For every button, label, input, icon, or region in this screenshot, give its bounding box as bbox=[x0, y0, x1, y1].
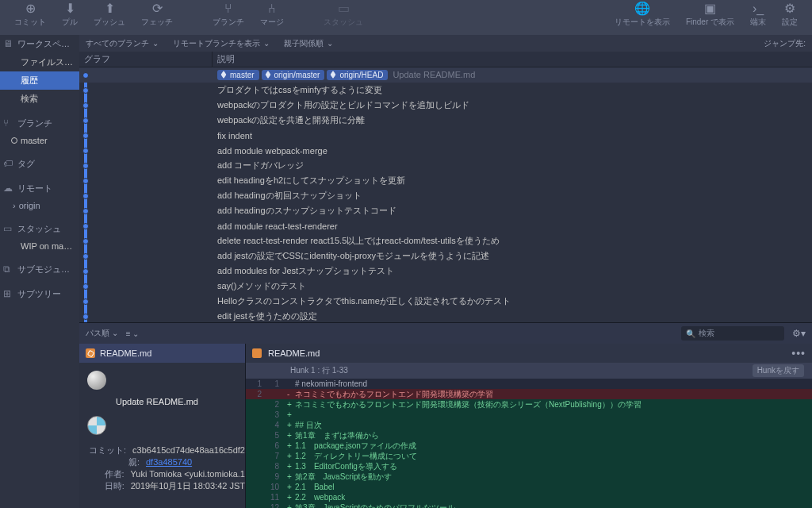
diff-lines[interactable]: 11# nekomimi-frontend2ネコミミでもわかるフロントエンド開発… bbox=[246, 379, 812, 508]
commit-message: Update README.md bbox=[393, 70, 475, 79]
arrow-up-circle-icon: ⬆ bbox=[105, 2, 115, 15]
commit-row[interactable]: プロダクトではcssをminfyするように変更 bbox=[79, 83, 812, 98]
commit-details: Update README.md bbox=[79, 396, 245, 413]
commit-message: delete react-test-render react15.5以上ではre… bbox=[217, 236, 500, 245]
sidebar: 🖥ワークスペース ファイルステー… 履歴 検索 ⑂ブランチ master 🏷タグ… bbox=[0, 35, 79, 508]
diff-line: 5第1章 まずは準備から bbox=[246, 430, 812, 441]
diff-line: 112.2 webpack bbox=[246, 492, 812, 502]
pull-button[interactable]: ⬇プル bbox=[54, 2, 86, 28]
commit-row[interactable]: add headingの初回スナップショット bbox=[79, 188, 812, 203]
commit-dot bbox=[82, 208, 89, 214]
branch-ref[interactable]: origin/HEAD bbox=[327, 70, 388, 80]
commit-message: add module react-test-renderer bbox=[217, 221, 338, 231]
jump-to[interactable]: ジャンプ先: bbox=[764, 38, 806, 49]
author-avatars bbox=[79, 363, 245, 396]
submodule-icon: ⧉ bbox=[3, 264, 10, 275]
diff-line: 81.3 EditorConfigを導入する bbox=[246, 461, 812, 471]
commit-dot bbox=[82, 148, 89, 154]
fetch-button[interactable]: ⟳フェッチ bbox=[133, 2, 181, 28]
filter-all-branches[interactable]: すべてのブランチ⌄ bbox=[86, 38, 159, 49]
revert-hunk-button[interactable]: Hunkを戻す bbox=[753, 364, 804, 377]
commit-dot bbox=[82, 102, 89, 109]
commit-row[interactable]: add コードガバレッジ bbox=[79, 158, 812, 173]
commit-row[interactable]: add module react-test-renderer bbox=[79, 218, 812, 233]
filter-show-remote[interactable]: リモートブランチを表示⌄ bbox=[173, 38, 270, 49]
sidebar-filestatus[interactable]: ファイルステー… bbox=[0, 53, 79, 71]
search-icon: 🔍 bbox=[686, 329, 695, 338]
diff-settings[interactable]: ⚙▾ bbox=[792, 328, 806, 339]
diff-menu[interactable]: ••• bbox=[791, 347, 806, 360]
file-tab[interactable]: README.md bbox=[79, 344, 245, 363]
terminal-button[interactable]: ›_端末 bbox=[742, 2, 774, 28]
commit-row[interactable]: add modules for Jestスナップショットテスト bbox=[79, 264, 812, 279]
sidebar-submodules[interactable]: ⧉サブモジュール bbox=[0, 260, 79, 279]
commit-message: edit jestを使うための設定 bbox=[217, 311, 317, 321]
chevron-down-icon: ⌄ bbox=[263, 39, 270, 48]
merge-button[interactable]: ⑃マージ bbox=[252, 2, 292, 28]
commit-row[interactable]: fix indent bbox=[79, 128, 812, 143]
sidebar-branch-master[interactable]: master bbox=[0, 133, 79, 148]
stash-icon: ▭ bbox=[338, 2, 350, 15]
show-remote-button[interactable]: 🌐リモートを表示 bbox=[607, 2, 678, 28]
branch-ref[interactable]: master bbox=[217, 70, 259, 80]
commit-message: webpackの設定を共通と開発用に分離 bbox=[217, 115, 365, 125]
commit-dot bbox=[82, 238, 89, 244]
diff-file-name: README.md bbox=[268, 348, 320, 358]
sort-order[interactable]: パス順 ⌄ bbox=[86, 328, 118, 339]
hunk-header: Hunk 1 : 行 1-33 Hunkを戻す bbox=[246, 363, 812, 379]
sidebar-subtrees[interactable]: ⊞サブツリー bbox=[0, 285, 79, 303]
commit-row[interactable]: webpackの設定を共通と開発用に分離 bbox=[79, 113, 812, 128]
sidebar-search[interactable]: 検索 bbox=[0, 90, 79, 108]
diff-line: 71.2 ディレクトリー構成について bbox=[246, 451, 812, 461]
sidebar-remote-origin[interactable]: ›origin bbox=[0, 198, 79, 214]
commit-row[interactable]: edit headingをh2にしてスナップショットを更新 bbox=[79, 173, 812, 188]
commit-message: add jestの設定でCSSにidentity-obj-proxyモジュールを… bbox=[217, 251, 489, 260]
commit-dot bbox=[82, 87, 89, 94]
commit-row[interactable]: webpackのプロダクト用の設定とビルドコマンドを追加しビルド bbox=[79, 98, 812, 113]
sidebar-stash-wip[interactable]: WIP on mast… bbox=[0, 238, 79, 254]
branch-ref[interactable]: origin/master bbox=[262, 70, 325, 80]
commit-row[interactable]: add module webpack-merge bbox=[79, 143, 812, 158]
parent-hash[interactable]: df3a485740 bbox=[146, 456, 192, 468]
view-mode[interactable]: ≡ ⌄ bbox=[126, 329, 140, 338]
commit-dot bbox=[82, 283, 89, 290]
commit-row[interactable]: add headingのスナップショットテストコード bbox=[79, 203, 812, 218]
commit-meta: コミット:c3b6415cd74de48aa16c5df2 親:df3a4857… bbox=[79, 441, 245, 492]
search-input[interactable]: 🔍検索 bbox=[681, 326, 784, 341]
branch-button[interactable]: ⑂ブランチ bbox=[205, 2, 252, 28]
commit-list[interactable]: masterorigin/masterorigin/HEADUpdate REA… bbox=[79, 67, 812, 322]
settings-button[interactable]: ⚙設定 bbox=[774, 2, 806, 28]
sidebar-branches[interactable]: ⑂ブランチ bbox=[0, 114, 79, 133]
sidebar-history[interactable]: 履歴 bbox=[0, 71, 79, 90]
arrow-down-circle-icon: ⬇ bbox=[65, 2, 75, 15]
plus-circle-icon: ⊕ bbox=[25, 2, 36, 15]
commit-hash[interactable]: c3b6415cd74de48aa16c5df2 bbox=[132, 444, 245, 456]
modified-file-icon bbox=[86, 348, 95, 358]
commit-dot bbox=[82, 314, 89, 320]
commit-row[interactable]: masterorigin/masterorigin/HEADUpdate REA… bbox=[79, 67, 812, 83]
sidebar-workspace[interactable]: 🖥ワークスペース bbox=[0, 35, 79, 53]
push-button[interactable]: ⬆プッシュ bbox=[86, 2, 133, 28]
commit-dot bbox=[82, 178, 89, 184]
diff-line: 4## 目次 bbox=[246, 420, 812, 430]
commit-row[interactable]: delete react-test-render react15.5以上ではre… bbox=[79, 233, 812, 248]
commit-button[interactable]: ⊕コミット bbox=[6, 2, 54, 28]
toolbar: ⊕コミット ⬇プル ⬆プッシュ ⟳フェッチ ⑂ブランチ ⑃マージ ▭スタッシュ … bbox=[0, 0, 812, 35]
header-desc: 説明 bbox=[213, 52, 812, 67]
commit-message: edit headingをh2にしてスナップショットを更新 bbox=[217, 175, 405, 185]
stash-button[interactable]: ▭スタッシュ bbox=[316, 2, 371, 28]
show-finder-button[interactable]: ▣Finder で表示 bbox=[678, 2, 742, 28]
commit-row[interactable]: say()メソッドのテスト bbox=[79, 279, 812, 294]
subtree-icon: ⊞ bbox=[3, 288, 11, 299]
commit-row[interactable]: Helloクラスのコンストラクタでthis.nameが正しく設定されてるかのテス… bbox=[79, 294, 812, 309]
commit-dot bbox=[82, 193, 89, 199]
bottom-toolbar: パス順 ⌄ ≡ ⌄ 🔍検索 ⚙▾ bbox=[79, 323, 812, 344]
sidebar-remotes[interactable]: ☁リモート bbox=[0, 179, 79, 198]
sidebar-stashes[interactable]: ▭スタッシュ bbox=[0, 220, 79, 238]
commit-row[interactable]: add jestの設定でCSSにidentity-obj-proxyモジュールを… bbox=[79, 248, 812, 264]
committer-avatars bbox=[79, 413, 245, 441]
commit-row[interactable]: edit jestを使うための設定 bbox=[79, 309, 812, 322]
sidebar-tags[interactable]: 🏷タグ bbox=[0, 155, 79, 173]
diff-line: 61.1 package.jsonファイルの作成 bbox=[246, 441, 812, 451]
filter-order[interactable]: 親子関係順⌄ bbox=[284, 38, 333, 49]
